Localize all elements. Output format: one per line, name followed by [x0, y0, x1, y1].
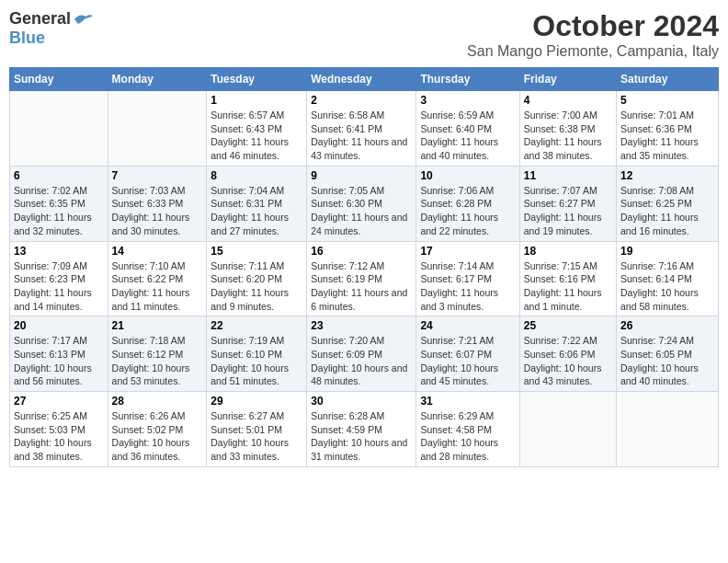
day-info: Sunrise: 7:00 AMSunset: 6:38 PMDaylight:…	[524, 109, 612, 163]
header-thursday: Thursday	[416, 68, 519, 91]
day-info: Sunrise: 7:17 AMSunset: 6:13 PMDaylight:…	[14, 334, 104, 388]
header-sunday: Sunday	[10, 68, 108, 91]
calendar-cell: 17Sunrise: 7:14 AMSunset: 6:17 PMDayligh…	[416, 241, 519, 316]
day-number: 2	[311, 94, 412, 107]
calendar-cell: 14Sunrise: 7:10 AMSunset: 6:22 PMDayligh…	[108, 241, 207, 316]
day-number: 14	[112, 245, 203, 258]
day-number: 22	[210, 319, 302, 332]
day-info: Sunrise: 7:21 AMSunset: 6:07 PMDaylight:…	[420, 334, 515, 388]
day-number: 29	[210, 395, 302, 408]
day-info: Sunrise: 6:25 AMSunset: 5:03 PMDaylight:…	[14, 409, 104, 464]
day-info: Sunrise: 6:29 AMSunset: 4:58 PMDaylight:…	[420, 409, 515, 464]
day-info: Sunrise: 7:07 AMSunset: 6:27 PMDaylight:…	[524, 184, 612, 238]
calendar-cell: 15Sunrise: 7:11 AMSunset: 6:20 PMDayligh…	[207, 241, 307, 316]
day-number: 13	[14, 245, 104, 258]
day-info: Sunrise: 7:15 AMSunset: 6:16 PMDaylight:…	[524, 259, 612, 314]
location-subtitle: San Mango Piemonte, Campania, Italy	[467, 43, 719, 60]
header-monday: Monday	[108, 68, 207, 91]
header-friday: Friday	[519, 68, 616, 91]
day-number: 31	[420, 395, 515, 408]
day-info: Sunrise: 7:09 AMSunset: 6:23 PMDaylight:…	[14, 259, 104, 314]
calendar-cell: 4Sunrise: 7:00 AMSunset: 6:38 PMDaylight…	[519, 91, 616, 167]
day-info: Sunrise: 7:10 AMSunset: 6:22 PMDaylight:…	[112, 259, 203, 314]
calendar-cell: 30Sunrise: 6:28 AMSunset: 4:59 PMDayligh…	[307, 392, 416, 467]
calendar-cell: 26Sunrise: 7:24 AMSunset: 6:05 PMDayligh…	[617, 316, 719, 392]
day-number: 3	[420, 94, 515, 107]
calendar-cell: 3Sunrise: 6:59 AMSunset: 6:40 PMDaylight…	[416, 91, 519, 167]
calendar-cell: 21Sunrise: 7:18 AMSunset: 6:12 PMDayligh…	[108, 316, 207, 392]
calendar-cell: 7Sunrise: 7:03 AMSunset: 6:33 PMDaylight…	[108, 166, 207, 241]
day-number: 6	[14, 169, 104, 182]
day-number: 27	[14, 395, 104, 408]
day-info: Sunrise: 7:20 AMSunset: 6:09 PMDaylight:…	[311, 334, 412, 388]
logo-bird-icon	[73, 9, 95, 29]
day-number: 4	[524, 94, 612, 107]
day-info: Sunrise: 7:22 AMSunset: 6:06 PMDaylight:…	[524, 334, 612, 388]
day-info: Sunrise: 7:08 AMSunset: 6:25 PMDaylight:…	[620, 184, 714, 238]
title-section: October 2024 San Mango Piemonte, Campani…	[467, 9, 719, 60]
day-number: 9	[311, 169, 412, 182]
day-number: 1	[210, 94, 302, 107]
day-info: Sunrise: 6:58 AMSunset: 6:41 PMDaylight:…	[311, 109, 412, 163]
day-number: 28	[112, 395, 203, 408]
calendar-week-row: 20Sunrise: 7:17 AMSunset: 6:13 PMDayligh…	[10, 316, 719, 392]
calendar-week-row: 27Sunrise: 6:25 AMSunset: 5:03 PMDayligh…	[10, 392, 719, 467]
calendar-cell: 16Sunrise: 7:12 AMSunset: 6:19 PMDayligh…	[307, 241, 416, 316]
day-number: 21	[112, 319, 203, 332]
day-number: 26	[620, 319, 714, 332]
day-info: Sunrise: 7:12 AMSunset: 6:19 PMDaylight:…	[311, 259, 412, 314]
calendar-cell: 12Sunrise: 7:08 AMSunset: 6:25 PMDayligh…	[617, 166, 719, 241]
calendar-cell	[10, 91, 108, 167]
day-number: 17	[420, 245, 515, 258]
calendar-cell: 13Sunrise: 7:09 AMSunset: 6:23 PMDayligh…	[10, 241, 108, 316]
day-info: Sunrise: 7:11 AMSunset: 6:20 PMDaylight:…	[210, 259, 302, 314]
month-title: October 2024	[467, 9, 719, 43]
day-number: 12	[620, 169, 714, 182]
day-number: 18	[524, 245, 612, 258]
day-info: Sunrise: 6:59 AMSunset: 6:40 PMDaylight:…	[420, 109, 515, 163]
calendar-week-row: 1Sunrise: 6:57 AMSunset: 6:43 PMDaylight…	[10, 91, 719, 167]
day-info: Sunrise: 7:04 AMSunset: 6:31 PMDaylight:…	[210, 184, 302, 238]
page-header: General Blue October 2024 San Mango Piem…	[9, 9, 719, 60]
day-info: Sunrise: 7:16 AMSunset: 6:14 PMDaylight:…	[620, 259, 714, 314]
calendar-cell: 23Sunrise: 7:20 AMSunset: 6:09 PMDayligh…	[307, 316, 416, 392]
logo-blue-text: Blue	[9, 29, 45, 48]
header-wednesday: Wednesday	[307, 68, 416, 91]
calendar-cell: 6Sunrise: 7:02 AMSunset: 6:35 PMDaylight…	[10, 166, 108, 241]
day-number: 8	[210, 169, 302, 182]
calendar-cell: 29Sunrise: 6:27 AMSunset: 5:01 PMDayligh…	[207, 392, 307, 467]
day-number: 19	[620, 245, 714, 258]
calendar-cell: 1Sunrise: 6:57 AMSunset: 6:43 PMDaylight…	[207, 91, 307, 167]
day-number: 20	[14, 319, 104, 332]
day-number: 25	[524, 319, 612, 332]
day-info: Sunrise: 7:02 AMSunset: 6:35 PMDaylight:…	[14, 184, 104, 238]
calendar-cell: 18Sunrise: 7:15 AMSunset: 6:16 PMDayligh…	[519, 241, 616, 316]
calendar-cell	[519, 392, 616, 467]
day-info: Sunrise: 7:03 AMSunset: 6:33 PMDaylight:…	[112, 184, 203, 238]
calendar-cell: 9Sunrise: 7:05 AMSunset: 6:30 PMDaylight…	[307, 166, 416, 241]
calendar-cell: 5Sunrise: 7:01 AMSunset: 6:36 PMDaylight…	[617, 91, 719, 167]
calendar-week-row: 6Sunrise: 7:02 AMSunset: 6:35 PMDaylight…	[10, 166, 719, 241]
day-info: Sunrise: 7:05 AMSunset: 6:30 PMDaylight:…	[311, 184, 412, 238]
calendar-cell: 22Sunrise: 7:19 AMSunset: 6:10 PMDayligh…	[207, 316, 307, 392]
day-info: Sunrise: 7:01 AMSunset: 6:36 PMDaylight:…	[620, 109, 714, 163]
day-number: 16	[311, 245, 412, 258]
logo-general-text: General	[9, 9, 71, 29]
header-tuesday: Tuesday	[207, 68, 307, 91]
day-info: Sunrise: 6:57 AMSunset: 6:43 PMDaylight:…	[210, 109, 302, 163]
day-number: 11	[524, 169, 612, 182]
day-number: 15	[210, 245, 302, 258]
day-info: Sunrise: 7:24 AMSunset: 6:05 PMDaylight:…	[620, 334, 714, 388]
calendar-cell: 31Sunrise: 6:29 AMSunset: 4:58 PMDayligh…	[416, 392, 519, 467]
logo: General Blue	[9, 9, 95, 48]
calendar-header-row: Sunday Monday Tuesday Wednesday Thursday…	[10, 68, 719, 91]
calendar-table: Sunday Monday Tuesday Wednesday Thursday…	[9, 67, 719, 467]
calendar-cell: 2Sunrise: 6:58 AMSunset: 6:41 PMDaylight…	[307, 91, 416, 167]
day-number: 24	[420, 319, 515, 332]
day-number: 30	[311, 395, 412, 408]
calendar-cell: 10Sunrise: 7:06 AMSunset: 6:28 PMDayligh…	[416, 166, 519, 241]
calendar-cell: 11Sunrise: 7:07 AMSunset: 6:27 PMDayligh…	[519, 166, 616, 241]
calendar-cell: 28Sunrise: 6:26 AMSunset: 5:02 PMDayligh…	[108, 392, 207, 467]
day-info: Sunrise: 7:14 AMSunset: 6:17 PMDaylight:…	[420, 259, 515, 314]
calendar-cell: 20Sunrise: 7:17 AMSunset: 6:13 PMDayligh…	[10, 316, 108, 392]
